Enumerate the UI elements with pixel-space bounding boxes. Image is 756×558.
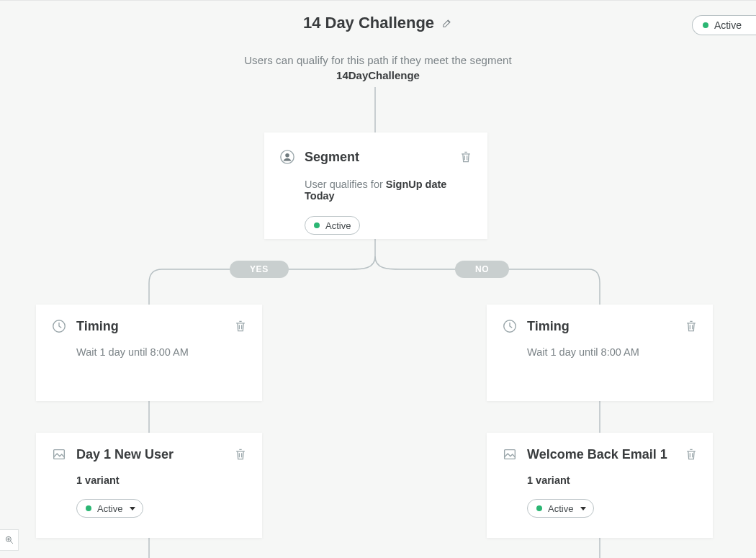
svg-rect-5 [505,450,516,459]
message-node-right[interactable]: Welcome Back Email 1 1 variant Active [487,433,713,538]
subtitle: Users can qualify for this path if they … [0,54,756,66]
segment-node[interactable]: Segment User qualifies for SignUp date T… [264,132,487,239]
timing-node-right[interactable]: Timing Wait 1 day until 8:00 AM [487,305,713,401]
card-title: Timing [76,319,119,334]
svg-rect-4 [54,450,65,459]
card-body: Wait 1 day until 8:00 AM [50,346,248,358]
header: 14 Day Challenge Users can qualify for t… [0,1,756,81]
timing-node-left[interactable]: Timing Wait 1 day until 8:00 AM [36,305,262,401]
card-header: Timing [50,318,248,335]
card-header: Timing [501,318,698,335]
svg-point-1 [285,153,289,158]
status-dot-icon [86,505,91,511]
clock-icon [50,318,68,335]
title-text: 14 Day Challenge [303,14,434,32]
card-title: Welcome Back Email 1 [527,447,667,462]
trash-icon[interactable] [459,150,473,164]
status-label: Active [714,19,742,31]
message-node-left[interactable]: Day 1 New User 1 variant Active [36,433,262,538]
card-header: Segment [279,148,473,166]
variant-count: 1 variant [50,474,248,486]
edit-icon[interactable] [441,17,453,29]
status-pill[interactable]: Active [305,216,360,235]
body-pre: User qualifies for [305,179,386,190]
card-title: Segment [305,150,359,165]
status-text: Active [97,503,122,514]
trash-icon[interactable] [233,447,248,462]
status-dropdown[interactable]: Active [527,499,594,518]
trash-icon[interactable] [684,319,698,333]
status-row: Active [501,499,698,518]
zoom-in-button[interactable] [0,529,19,551]
status-text: Active [548,503,573,514]
card-body: User qualifies for SignUp date Today [279,179,473,202]
chevron-down-icon [130,507,135,510]
status-badge[interactable]: Active [692,15,756,35]
status-text: Active [325,220,351,231]
status-dropdown[interactable]: Active [76,499,143,518]
segment-icon [279,148,296,166]
segment-name: 14DayChallenge [0,69,756,81]
card-header: Welcome Back Email 1 [501,446,698,463]
status-dot-icon [703,22,708,28]
branch-no-pill: NO [455,261,509,278]
status-dot-icon [536,505,542,511]
card-header: Day 1 New User [50,446,248,463]
trash-icon[interactable] [233,319,248,333]
image-icon [50,446,68,463]
status-row: Active [279,216,473,235]
chevron-down-icon [580,507,586,510]
card-title: Day 1 New User [76,447,174,462]
variant-count: 1 variant [501,474,698,486]
status-dot-icon [314,222,320,228]
card-body: Wait 1 day until 8:00 AM [501,346,698,358]
status-row: Active [50,499,248,518]
image-icon [501,446,518,463]
clock-icon [501,318,518,335]
trash-icon[interactable] [684,447,698,462]
card-title: Timing [527,319,570,334]
branch-yes-pill: YES [230,261,289,278]
page-title: 14 Day Challenge [303,14,453,32]
